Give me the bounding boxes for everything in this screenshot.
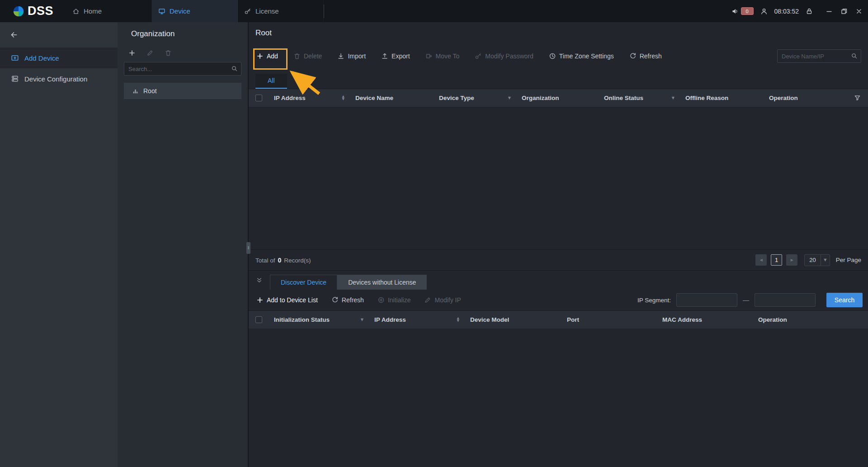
records-label: Record(s) <box>284 257 311 264</box>
system-clock: 08:03:52 <box>774 8 799 15</box>
import-icon <box>337 52 344 60</box>
home-icon <box>72 8 80 15</box>
dropdown-caret-icon[interactable]: ▼ <box>508 96 511 100</box>
tab-all[interactable]: All <box>255 74 287 89</box>
discover-select-all-checkbox[interactable] <box>255 316 262 323</box>
per-page-select[interactable]: 20 ▼ <box>804 254 830 266</box>
maximize-button[interactable] <box>836 0 851 22</box>
add-to-device-list-label: Add to Device List <box>267 296 318 304</box>
modify-ip-label: Modify IP <box>434 296 461 304</box>
trash-icon <box>293 52 301 60</box>
organization-panel-title: Organization <box>124 29 241 38</box>
organization-panel: Organization <box>118 22 249 467</box>
pagination-controls: ◀ 1 ▶ 20 ▼ Per Page <box>755 254 861 266</box>
discover-table-header: Initialization Status ▼ IP Address ▲▼ De… <box>249 310 868 329</box>
column-device-model-label: Device Model <box>470 316 509 323</box>
discover-tabs: Discover Device Devices without License <box>249 271 868 290</box>
logo-text: DSS <box>28 4 53 18</box>
lock-screen-icon[interactable] <box>806 8 813 15</box>
time-zone-settings-button[interactable]: Time Zone Settings <box>549 52 614 60</box>
discover-device-panel: Discover Device Devices without License … <box>249 270 868 467</box>
delete-button[interactable]: Delete <box>293 52 322 60</box>
ip-search-button[interactable]: Search <box>826 293 863 307</box>
user-icon[interactable] <box>760 8 768 15</box>
sort-icon[interactable]: ▲▼ <box>457 317 459 322</box>
total-label: Total of <box>255 257 275 264</box>
column-discover-ip-address-label: IP Address <box>374 316 406 323</box>
filter-icon[interactable] <box>854 95 861 101</box>
add-to-device-list-button[interactable]: Add to Device List <box>256 296 318 304</box>
tab-devices-without-license[interactable]: Devices without License <box>337 275 427 290</box>
initialize-label: Initialize <box>388 296 411 304</box>
device-search-input[interactable] <box>777 49 861 63</box>
time-zone-settings-button-label: Time Zone Settings <box>559 52 614 60</box>
ip-segment-start-input[interactable] <box>676 293 737 307</box>
move-to-button[interactable]: Move To <box>425 52 460 60</box>
alarm-count-badge: 0 <box>741 7 754 15</box>
add-organization-icon[interactable] <box>128 49 136 57</box>
modify-password-button-label: Modify Password <box>485 52 533 60</box>
initialize-button[interactable]: Initialize <box>377 296 411 304</box>
pagination-bar: Total of 0 Record(s) ◀ 1 ▶ 20 ▼ <box>249 249 868 270</box>
tab-divider <box>324 5 324 18</box>
sidebar-item-add-device-label: Add Device <box>24 54 59 62</box>
modify-ip-button[interactable]: Modify IP <box>424 296 461 304</box>
column-initialization-status-label: Initialization Status <box>274 316 330 323</box>
tab-device-label: Device <box>170 7 190 15</box>
tree-node-root-label: Root <box>143 87 157 95</box>
tab-home[interactable]: Home <box>66 0 152 22</box>
discover-select-all-cell <box>249 311 269 329</box>
organization-search-input[interactable] <box>124 62 241 76</box>
device-search <box>777 49 861 63</box>
alarm-sound-icon[interactable] <box>731 8 739 15</box>
back-button[interactable] <box>0 22 118 48</box>
ip-range-separator: — <box>743 296 749 304</box>
dropdown-caret-icon[interactable]: ▼ <box>672 96 675 100</box>
column-ip-address-label: IP Address <box>274 95 306 101</box>
ip-segment-end-input[interactable] <box>755 293 816 307</box>
import-button[interactable]: Import <box>337 52 366 60</box>
column-port: Port <box>561 311 657 329</box>
previous-page-button[interactable]: ◀ <box>755 254 767 266</box>
column-offline-reason-label: Offline Reason <box>685 95 728 101</box>
dropdown-caret-icon[interactable]: ▼ <box>361 318 363 322</box>
export-button[interactable]: Export <box>381 52 410 60</box>
tab-discover-device[interactable]: Discover Device <box>270 275 337 290</box>
tab-devices-without-license-label: Devices without License <box>348 279 416 286</box>
edit-organization-icon[interactable] <box>146 49 154 57</box>
add-button[interactable]: Add <box>256 52 278 60</box>
device-list-tabs: All <box>249 69 868 89</box>
discover-refresh-button[interactable]: Refresh <box>331 296 364 304</box>
column-device-name: Device Name <box>350 89 434 107</box>
per-page-dropdown: ▼ <box>821 255 830 266</box>
device-table-header: IP Address ▲▼ Device Name Device Type ▼ … <box>249 89 868 107</box>
delete-organization-icon[interactable] <box>165 49 172 57</box>
close-button[interactable] <box>851 0 866 22</box>
select-all-cell <box>249 89 269 107</box>
current-page-button[interactable]: 1 <box>771 254 782 266</box>
device-toolbar: Add Delete Import Export Move To <box>249 43 868 69</box>
column-operation: Operation <box>764 89 868 107</box>
minimize-button[interactable] <box>821 0 836 22</box>
tab-device[interactable]: Device <box>152 0 238 22</box>
ip-segment-group: IP Segment: — Search <box>637 293 863 307</box>
tab-license[interactable]: License <box>238 0 324 22</box>
modify-password-button[interactable]: Modify Password <box>475 52 533 60</box>
sort-icon[interactable]: ▲▼ <box>342 95 344 100</box>
next-page-button[interactable]: ▶ <box>786 254 797 266</box>
sidebar-item-add-device[interactable]: Add Device <box>0 48 118 68</box>
panel-splitter-handle[interactable]: ‖ <box>246 242 250 254</box>
column-mac-address: MAC Address <box>657 311 753 329</box>
tree-node-root[interactable]: Root <box>124 83 241 99</box>
refresh-button[interactable]: Refresh <box>629 52 662 60</box>
per-page-value: 20 <box>805 255 820 266</box>
select-all-checkbox[interactable] <box>255 95 262 101</box>
top-navigation-tabs: Home Device License <box>66 0 324 22</box>
tab-home-label: Home <box>84 7 102 15</box>
sidebar-item-device-configuration[interactable]: Device Configuration <box>0 68 118 89</box>
splitter-grip-icon: ‖ <box>248 246 250 250</box>
next-page-icon: ▶ <box>791 258 793 262</box>
titlebar: DSS Home Device License <box>0 0 868 22</box>
column-discover-ip-address: IP Address ▲▼ <box>369 311 465 329</box>
collapse-panel-icon[interactable] <box>256 277 263 284</box>
